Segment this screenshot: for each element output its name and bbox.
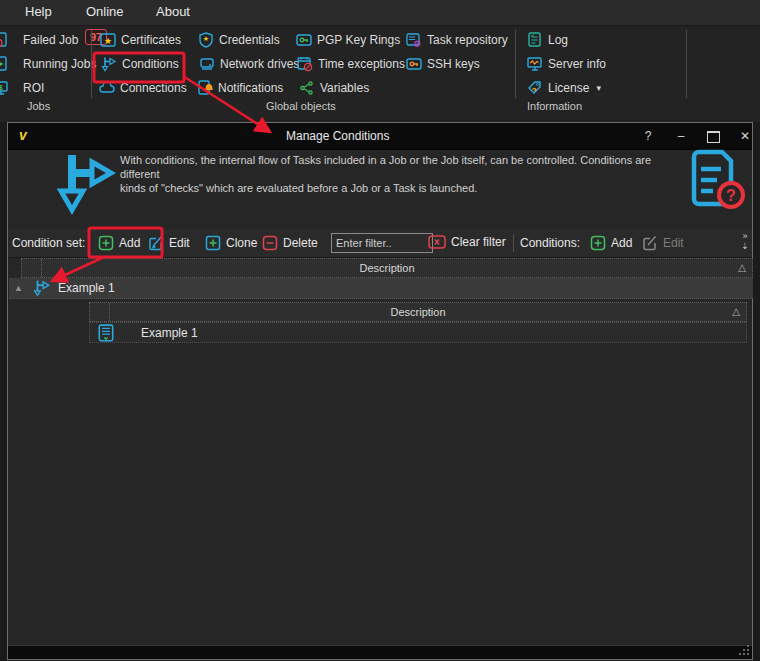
condition-row-label: Example 1	[141, 326, 198, 340]
ribbon-item-notifications[interactable]: Notifications	[197, 79, 283, 96]
menu-help[interactable]: Help	[25, 4, 52, 19]
dialog-help-button[interactable]: ?	[639, 128, 657, 144]
condition-set-row-label: Example 1	[58, 281, 115, 295]
running-jobs-icon	[0, 56, 9, 72]
edit-icon	[148, 235, 164, 251]
manage-conditions-dialog: v Manage Conditions ? – ✕ With condition…	[7, 122, 753, 660]
svg-text:⚙: ⚙	[413, 38, 421, 48]
ribbon-item-conditions[interactable]: Conditions	[101, 55, 179, 72]
clone-icon	[205, 235, 221, 251]
sort-ascending-icon: △	[738, 262, 746, 273]
ribbon-item-failed-jobs[interactable]: Failed Job	[0, 31, 78, 48]
ribbon-group-global-objects-label: Global objects	[266, 100, 336, 112]
roi-icon: $	[0, 80, 9, 96]
failed-jobs-icon	[0, 32, 9, 48]
dialog-status-bar	[8, 645, 752, 659]
ribbon: Failed Job 97 Running Jobs $ ROI Jobs ★ …	[0, 26, 760, 122]
ribbon-item-log[interactable]: Log	[527, 31, 568, 48]
help-document-icon: ?	[688, 149, 746, 211]
conditions-header-label: Description	[90, 306, 746, 318]
visualcron-logo: v	[19, 127, 27, 143]
variables-icon	[299, 80, 315, 96]
dialog-title-bar[interactable]: v Manage Conditions ? – ✕	[8, 123, 752, 150]
ribbon-group-jobs-label: Jobs	[27, 100, 50, 112]
clear-filter-button[interactable]: Clear filter	[428, 235, 506, 249]
dialog-toolbar: Condition set: Add Edit Clone	[8, 229, 752, 258]
connections-icon	[99, 80, 115, 96]
server-info-icon	[527, 56, 543, 72]
svg-text:★: ★	[104, 35, 112, 45]
ribbon-item-network-drives[interactable]: Network drives	[199, 55, 299, 72]
svg-text:$: $	[0, 82, 3, 91]
pgp-key-rings-icon	[296, 32, 312, 48]
credentials-icon: ★	[198, 32, 214, 48]
conditions-icon	[101, 56, 117, 72]
ssh-keys-icon	[406, 56, 422, 72]
license-dropdown-caret: ▾	[596, 83, 601, 93]
ribbon-item-connections[interactable]: Connections	[99, 79, 187, 96]
ribbon-item-server-info[interactable]: Server info	[527, 55, 606, 72]
ribbon-item-task-repository[interactable]: ⚙ Task repository	[406, 31, 508, 48]
ribbon-item-time-exceptions[interactable]: Time exceptions	[297, 55, 405, 72]
dialog-close-button[interactable]: ✕	[736, 128, 754, 144]
condition-set-add-button[interactable]: Add	[98, 235, 140, 251]
ribbon-item-ssh-keys[interactable]: SSH keys	[406, 55, 480, 72]
ribbon-item-credentials[interactable]: ★ Credentials	[198, 31, 280, 48]
condition-set-delete-button[interactable]: Delete	[262, 235, 318, 251]
clear-filter-icon	[428, 235, 446, 249]
resize-grip[interactable]	[740, 648, 749, 657]
ribbon-separator	[91, 30, 92, 98]
conditions-table-header[interactable]: Description △	[89, 302, 747, 322]
toolbar-overflow-icon[interactable]: » ⇣	[738, 231, 752, 251]
dialog-maximize-button[interactable]	[707, 131, 720, 143]
ribbon-item-running-jobs[interactable]: Running Jobs	[0, 55, 96, 72]
svg-text:★: ★	[203, 34, 209, 41]
menu-online[interactable]: Online	[86, 4, 124, 19]
add-icon	[98, 235, 114, 251]
log-icon	[527, 32, 543, 48]
dialog-minimize-button[interactable]: –	[672, 128, 690, 144]
menu-bar: Help Online About	[0, 0, 760, 26]
condition-set-row[interactable]: ▲ Example 1	[9, 278, 753, 299]
ribbon-item-variables[interactable]: Variables	[299, 79, 369, 96]
sort-ascending-icon: △	[732, 306, 740, 317]
time-exceptions-icon	[297, 56, 313, 72]
delete-icon	[262, 235, 278, 251]
ribbon-separator	[515, 30, 516, 98]
menu-about[interactable]: About	[156, 4, 190, 19]
conditions-large-icon	[56, 153, 116, 225]
condition-set-table-header[interactable]: Description △	[21, 258, 753, 278]
conditions-label: Conditions:	[520, 236, 580, 250]
condition-set-row-icon	[33, 279, 51, 297]
ribbon-group-information-label: Information	[527, 100, 582, 112]
row-expander-icon[interactable]: ▲	[14, 283, 23, 293]
dialog-description: With conditions, the internal flow of Ta…	[120, 153, 685, 195]
svg-text:?: ?	[726, 187, 736, 204]
conditions-edit-button[interactable]: Edit	[642, 235, 684, 251]
toolbar-separator	[513, 234, 514, 252]
license-icon	[527, 80, 543, 96]
filter-input[interactable]	[331, 233, 433, 253]
ribbon-separator	[686, 30, 687, 98]
ribbon-item-certificates[interactable]: ★ Certificates	[100, 31, 181, 48]
ribbon-item-license[interactable]: License ▾	[527, 79, 601, 96]
notifications-icon	[197, 80, 213, 96]
ribbon-item-roi[interactable]: $ ROI	[0, 79, 44, 96]
task-repository-icon: ⚙	[406, 32, 422, 48]
certificates-icon: ★	[100, 32, 116, 48]
condition-set-label: Condition set:	[12, 236, 85, 250]
ribbon-item-pgp-key-rings[interactable]: PGP Key Rings	[296, 31, 400, 48]
condition-row-icon	[97, 324, 115, 343]
edit-icon-disabled	[642, 235, 658, 251]
condition-set-clone-button[interactable]: Clone	[205, 235, 257, 251]
conditions-add-button[interactable]: Add	[590, 235, 632, 251]
add-icon	[590, 235, 606, 251]
condition-row[interactable]: Example 1	[89, 322, 747, 343]
network-drives-icon	[199, 56, 215, 72]
dialog-title: Manage Conditions	[286, 129, 389, 143]
condition-set-header-label: Description	[22, 262, 752, 274]
condition-set-edit-button[interactable]: Edit	[148, 235, 190, 251]
